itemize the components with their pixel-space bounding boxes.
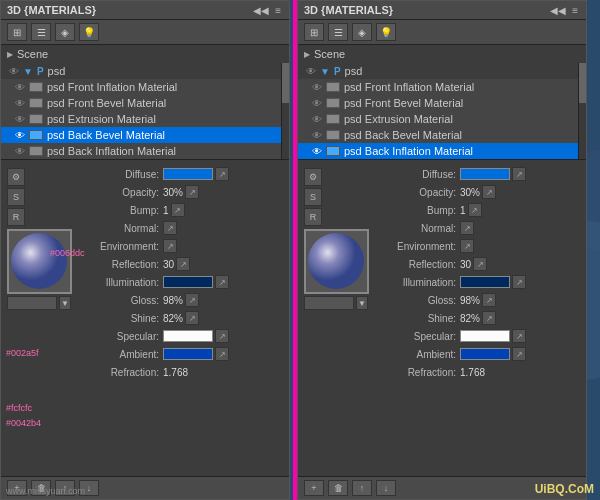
left-dropdown-arrow[interactable]: ▼	[59, 296, 71, 310]
right-list-view-btn[interactable]: ☰	[328, 23, 348, 41]
right-psd-row[interactable]: 👁 ▼ P psd	[298, 63, 578, 79]
right-normal-row: Normal: ↗	[375, 220, 580, 236]
left-side-icons: ⚙ S R	[7, 166, 72, 226]
left-eye-1[interactable]: 👁	[15, 98, 25, 109]
right-env-value: ↗	[460, 239, 474, 253]
right-delete-btn[interactable]: 🗑	[328, 480, 348, 496]
right-eye-4[interactable]: 👁	[312, 146, 322, 157]
left-diffuse-link[interactable]: ↗	[215, 167, 229, 181]
left-specular-label: Specular:	[78, 331, 163, 342]
right-scrollbar[interactable]	[578, 63, 586, 159]
right-normal-link[interactable]: ↗	[460, 221, 474, 235]
right-add-btn[interactable]: +	[304, 480, 324, 496]
right-ambient-swatch[interactable]	[460, 348, 510, 360]
left-eye-2[interactable]: 👁	[15, 114, 25, 125]
left-psd-row[interactable]: 👁 ▼ P psd	[1, 63, 281, 79]
left-side-icon-1[interactable]: ⚙	[7, 168, 25, 186]
right-env-link[interactable]: ↗	[460, 239, 474, 253]
left-scrollbar-thumb[interactable]	[282, 63, 289, 103]
left-opacity-link[interactable]: ↗	[185, 185, 199, 199]
left-illumination-link[interactable]: ↗	[215, 275, 229, 289]
right-illumination-link[interactable]: ↗	[512, 275, 526, 289]
right-gloss-link[interactable]: ↗	[482, 293, 496, 307]
left-eye-3[interactable]: 👁	[15, 130, 25, 141]
light-btn[interactable]: 💡	[79, 23, 99, 41]
list-view-btn[interactable]: ☰	[31, 23, 51, 41]
right-item-0[interactable]: 👁 psd Front Inflation Material	[298, 79, 578, 95]
left-item-1[interactable]: 👁 psd Front Bevel Material	[1, 95, 281, 111]
right-opacity-link[interactable]: ↗	[482, 185, 496, 199]
right-up-btn[interactable]: ↑	[352, 480, 372, 496]
right-diffuse-link[interactable]: ↗	[512, 167, 526, 181]
left-shine-link[interactable]: ↗	[185, 311, 199, 325]
right-reflection-link[interactable]: ↗	[473, 257, 487, 271]
left-normal-label: Normal:	[78, 223, 163, 234]
right-item-4[interactable]: 👁 psd Back Inflation Material	[298, 143, 578, 159]
left-env-label: Environment:	[78, 241, 163, 252]
right-down-btn[interactable]: ↓	[376, 480, 396, 496]
right-light-btn[interactable]: 💡	[376, 23, 396, 41]
right-shine-link[interactable]: ↗	[482, 311, 496, 325]
left-specular-link[interactable]: ↗	[215, 329, 229, 343]
right-eye-3[interactable]: 👁	[312, 130, 322, 141]
right-eye-icon[interactable]: 👁	[306, 66, 316, 77]
right-collapse-btn[interactable]: ◀◀	[548, 5, 568, 16]
left-thumbnail[interactable]	[7, 229, 72, 294]
right-item-2[interactable]: 👁 psd Extrusion Material	[298, 111, 578, 127]
right-scrollbar-thumb[interactable]	[579, 63, 586, 103]
right-scene-section: Scene 👁 ▼ P psd 👁	[298, 45, 586, 159]
left-reflection-link[interactable]: ↗	[176, 257, 190, 271]
left-item-2[interactable]: 👁 psd Extrusion Material	[1, 111, 281, 127]
left-thumbnail-inner	[9, 231, 70, 292]
left-item-0[interactable]: 👁 psd Front Inflation Material	[1, 79, 281, 95]
left-header-controls: ◀◀ ≡	[251, 5, 283, 16]
right-eye-0[interactable]: 👁	[312, 82, 322, 93]
left-item-3[interactable]: 👁 psd Back Bevel Material	[1, 127, 281, 143]
right-eye-2[interactable]: 👁	[312, 114, 322, 125]
left-specular-swatch[interactable]	[163, 330, 213, 342]
right-panel-title: 3D {MATERIALS}	[304, 4, 393, 16]
left-thumb-select[interactable]	[7, 296, 57, 310]
right-thumbnail[interactable]	[304, 229, 369, 294]
right-eye-1[interactable]: 👁	[312, 98, 322, 109]
grid-view-btn[interactable]: ⊞	[7, 23, 27, 41]
right-dropdown-arrow[interactable]: ▼	[356, 296, 368, 310]
right-thumb-select[interactable]	[304, 296, 354, 310]
left-side-icon-2[interactable]: S	[7, 188, 25, 206]
left-gloss-link[interactable]: ↗	[185, 293, 199, 307]
left-illumination-swatch[interactable]	[163, 276, 213, 288]
right-specular-value: ↗	[460, 329, 526, 343]
left-item-4[interactable]: 👁 psd Back Inflation Material	[1, 143, 281, 159]
right-bump-link[interactable]: ↗	[468, 203, 482, 217]
material-btn[interactable]: ◈	[55, 23, 75, 41]
right-grid-view-btn[interactable]: ⊞	[304, 23, 324, 41]
left-diffuse-swatch[interactable]	[163, 168, 213, 180]
left-eye-icon[interactable]: 👁	[9, 66, 19, 77]
left-eye-0[interactable]: 👁	[15, 82, 25, 93]
right-item-1[interactable]: 👁 psd Front Bevel Material	[298, 95, 578, 111]
right-item-3[interactable]: 👁 psd Back Bevel Material	[298, 127, 578, 143]
right-specular-swatch[interactable]	[460, 330, 510, 342]
right-material-btn[interactable]: ◈	[352, 23, 372, 41]
left-ambient-link[interactable]: ↗	[215, 347, 229, 361]
right-ambient-link[interactable]: ↗	[512, 347, 526, 361]
collapse-btn[interactable]: ◀◀	[251, 5, 271, 16]
right-specular-link[interactable]: ↗	[512, 329, 526, 343]
left-eye-4[interactable]: 👁	[15, 146, 25, 157]
left-env-link[interactable]: ↗	[163, 239, 177, 253]
left-side-icon-3[interactable]: R	[7, 208, 25, 226]
left-bump-link[interactable]: ↗	[171, 203, 185, 217]
menu-btn[interactable]: ≡	[273, 5, 283, 16]
left-ambient-swatch[interactable]	[163, 348, 213, 360]
left-scrollbar[interactable]	[281, 63, 289, 159]
left-normal-link[interactable]: ↗	[163, 221, 177, 235]
right-menu-btn[interactable]: ≡	[570, 5, 580, 16]
right-diffuse-swatch[interactable]	[460, 168, 510, 180]
left-opacity-row: Opacity: 30% ↗	[78, 184, 283, 200]
right-refraction-label: Refraction:	[375, 367, 460, 378]
right-side-icon-3[interactable]: R	[304, 208, 322, 226]
right-illumination-swatch[interactable]	[460, 276, 510, 288]
right-side-icon-2[interactable]: S	[304, 188, 322, 206]
left-gloss-value: 98% ↗	[163, 293, 199, 307]
right-side-icon-1[interactable]: ⚙	[304, 168, 322, 186]
